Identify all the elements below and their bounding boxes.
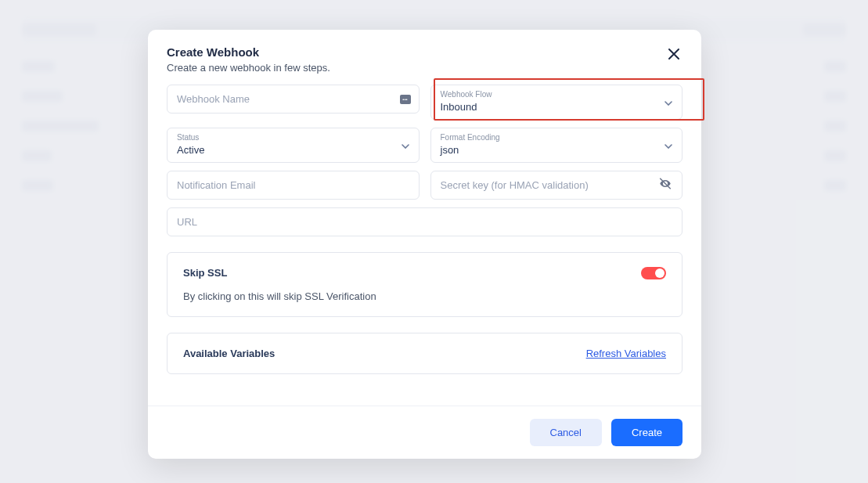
toggle-thumb	[655, 269, 665, 278]
skip-ssl-toggle[interactable]	[641, 267, 666, 279]
available-variables-card: Available Variables Refresh Variables	[167, 333, 683, 374]
field-value: Inbound	[441, 101, 477, 113]
chevron-down-icon	[665, 95, 672, 109]
modal-footer: Cancel Create	[148, 406, 701, 459]
url-input[interactable]: URL	[167, 207, 683, 236]
notification-email-input[interactable]: Notification Email	[167, 171, 420, 200]
skip-ssl-description: By clicking on this will skip SSL Verifi…	[183, 290, 666, 302]
skip-ssl-title: Skip SSL	[183, 267, 227, 279]
field-value: json	[441, 144, 459, 156]
cancel-button[interactable]: Cancel	[530, 419, 602, 446]
status-select[interactable]: Status Active	[167, 128, 420, 163]
modal-header: Create Webhook Create a new webhook in f…	[148, 30, 701, 85]
refresh-variables-link[interactable]: Refresh Variables	[586, 348, 666, 359]
format-encoding-select[interactable]: Format Encoding json	[430, 128, 683, 163]
chevron-down-icon	[402, 138, 409, 152]
input-placeholder: Secret key (for HMAC validation)	[441, 179, 589, 191]
webhook-name-input[interactable]: Webhook Name	[167, 85, 420, 114]
available-variables-title: Available Variables	[183, 348, 275, 359]
create-button[interactable]: Create	[611, 419, 683, 446]
webhook-flow-select[interactable]: Webhook Flow Inbound	[430, 85, 683, 120]
skip-ssl-card: Skip SSL By clicking on this will skip S…	[167, 252, 683, 317]
modal-subtitle: Create a new webhook in few steps.	[167, 62, 330, 74]
field-value: Active	[177, 144, 204, 156]
field-label: Webhook Flow	[441, 90, 673, 99]
more-icon[interactable]	[400, 95, 411, 104]
modal-title: Create Webhook	[167, 45, 330, 59]
close-button[interactable]	[665, 45, 683, 65]
close-icon	[668, 49, 679, 59]
input-placeholder: Webhook Name	[177, 93, 250, 105]
input-placeholder: URL	[177, 216, 197, 228]
modal-body: Webhook Name Webhook Flow Inbound Status	[148, 85, 701, 390]
field-label: Format Encoding	[441, 133, 673, 142]
field-label: Status	[177, 133, 409, 142]
chevron-down-icon	[665, 138, 672, 152]
secret-key-input[interactable]: Secret key (for HMAC validation)	[430, 171, 683, 200]
input-placeholder: Notification Email	[177, 179, 255, 191]
create-webhook-modal: Create Webhook Create a new webhook in f…	[148, 30, 701, 459]
visibility-off-icon[interactable]	[658, 177, 672, 193]
